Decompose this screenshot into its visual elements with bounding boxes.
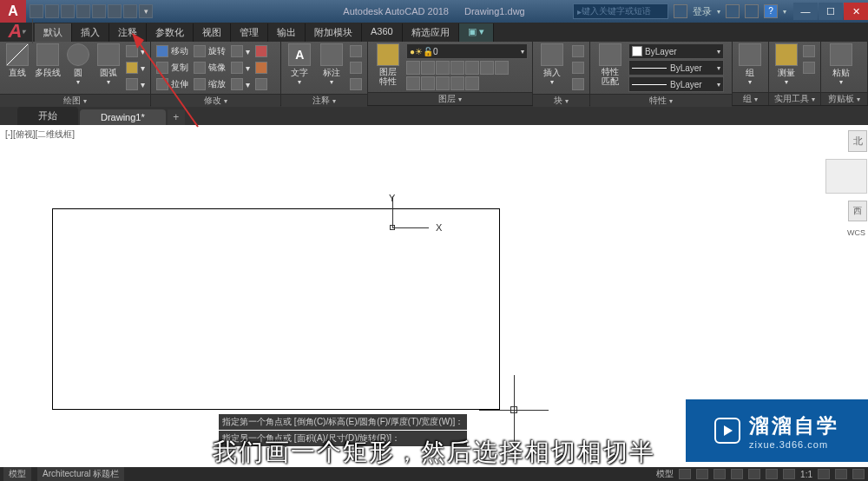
layer-tool-11[interactable] [450, 76, 464, 90]
qat-redo-icon[interactable] [123, 4, 137, 18]
maximize-button[interactable]: ☐ [819, 3, 843, 20]
layer-tool-4[interactable] [450, 61, 464, 75]
edit-block-button[interactable] [570, 60, 586, 76]
polar-toggle-icon[interactable] [731, 469, 743, 479]
layout-arch[interactable]: Architectural 标题栏 [37, 467, 124, 481]
tab-default[interactable]: 默认 [35, 23, 72, 42]
fillet-button[interactable]: ▾ [229, 60, 252, 76]
layer-tool-6[interactable] [480, 61, 494, 75]
tab-parametric[interactable]: 参数化 [147, 23, 194, 42]
signin-icon[interactable] [674, 4, 687, 18]
app-menu-button[interactable]: A▾ [2, 19, 33, 43]
select-button[interactable] [801, 60, 817, 76]
line-button[interactable]: 直线 [3, 43, 32, 79]
viewcube[interactable] [825, 159, 867, 194]
scale-label[interactable]: 1:1 [800, 470, 812, 479]
help-icon[interactable]: ? [764, 4, 778, 18]
group-button[interactable]: 组▾ [736, 43, 765, 86]
layer-tool-3[interactable] [436, 61, 450, 75]
qat-new-icon[interactable] [30, 4, 43, 18]
leader-button[interactable] [348, 43, 364, 59]
array-button[interactable]: ▾ [229, 76, 252, 92]
layout-model[interactable]: 模型 [3, 467, 31, 481]
layer-dropdown[interactable]: ● ☀ 🔓 0 [406, 43, 528, 59]
signin-label[interactable]: 登录 [693, 5, 712, 18]
matchprop-button[interactable]: 特性 匹配 [594, 43, 627, 86]
status-model[interactable]: 模型 [656, 468, 674, 480]
mtext-button[interactable] [348, 76, 364, 92]
workspace-icon[interactable] [835, 469, 847, 479]
wcs-label[interactable]: WCS [847, 228, 867, 237]
scale-button[interactable]: 缩放 [192, 76, 227, 92]
tab-view[interactable]: 视图 [194, 23, 231, 42]
tab-start[interactable]: 开始 [17, 107, 78, 125]
custom-icon[interactable] [852, 469, 865, 479]
tab-manage[interactable]: 管理 [231, 23, 268, 42]
tab-extra[interactable]: ▣ ▾ [459, 23, 494, 42]
layer-tool-2[interactable] [421, 61, 435, 75]
layer-tool-1[interactable] [406, 61, 420, 75]
nav-west[interactable]: 西 [848, 201, 867, 221]
qat-plot-icon[interactable] [92, 4, 106, 18]
insert-button[interactable]: 插入▾ [536, 43, 569, 86]
tab-add-button[interactable]: + [168, 109, 185, 125]
erase-button[interactable] [253, 43, 269, 59]
trim-button[interactable]: ▾ [229, 43, 252, 59]
qat-open-icon[interactable] [45, 4, 59, 18]
color-dropdown[interactable]: ByLayer [628, 43, 724, 59]
lw-toggle-icon[interactable] [783, 469, 795, 479]
table-button[interactable] [348, 60, 364, 76]
offset-button[interactable] [253, 76, 269, 92]
tab-featured[interactable]: 精选应用 [403, 23, 459, 42]
qat-undo-icon[interactable] [108, 4, 122, 18]
layer-tool-8[interactable] [406, 76, 420, 90]
layer-tool-10[interactable] [436, 76, 450, 90]
viewport-label[interactable]: [-][俯视][二维线框] [5, 128, 75, 141]
tab-a360[interactable]: A360 [362, 23, 403, 42]
attr-button[interactable] [570, 76, 586, 92]
exchange-icon[interactable] [726, 4, 740, 18]
measure-button[interactable]: 测量▾ [773, 43, 799, 86]
qat-more-icon[interactable]: ▾ [139, 4, 153, 18]
snap-toggle-icon[interactable] [696, 469, 708, 479]
nav-north[interactable]: 北 [848, 130, 867, 152]
linetype-dropdown[interactable]: ByLayer [628, 76, 724, 92]
create-block-button[interactable] [570, 43, 586, 59]
layer-tool-9[interactable] [421, 76, 435, 90]
text-button[interactable]: A文字▾ [285, 43, 315, 86]
tab-output[interactable]: 输出 [268, 23, 306, 42]
osnap-toggle-icon[interactable] [748, 469, 760, 479]
tab-annotate[interactable]: 注释 [109, 23, 147, 42]
move-button[interactable]: 移动 [155, 43, 190, 59]
ortho-toggle-icon[interactable] [713, 469, 726, 479]
dim-button[interactable]: 标注▾ [316, 43, 346, 86]
paste-button[interactable]: 粘贴▾ [825, 43, 858, 86]
polyline-button[interactable]: 多段线 [34, 43, 62, 79]
minimize-button[interactable]: — [793, 3, 818, 20]
layer-tool-7[interactable] [495, 61, 509, 75]
arc-button[interactable]: 圆弧▾ [94, 43, 122, 86]
drawn-rectangle[interactable] [52, 208, 500, 410]
rotate-button[interactable]: 旋转 [192, 43, 227, 59]
copy-button[interactable]: 复制 [155, 60, 190, 76]
anno-toggle-icon[interactable] [818, 469, 830, 479]
explode-button[interactable] [253, 60, 269, 76]
grid-toggle-icon[interactable] [679, 469, 691, 479]
qat-saveas-icon[interactable] [76, 4, 90, 18]
tab-insert[interactable]: 插入 [72, 23, 109, 42]
tab-drawing1[interactable]: Drawing1* [80, 109, 166, 125]
cart-icon[interactable] [745, 4, 759, 18]
search-box[interactable]: ▸ 键入关键字或短语 [573, 3, 668, 19]
qat-save-icon[interactable] [61, 4, 75, 18]
circle-button[interactable]: 圆▾ [64, 43, 93, 86]
layer-tool-5[interactable] [465, 61, 479, 75]
dyn-toggle-icon[interactable] [766, 469, 778, 479]
lineweight-dropdown[interactable]: ByLayer [628, 60, 724, 76]
calc-button[interactable] [801, 43, 817, 59]
layer-tool-12[interactable] [465, 76, 479, 90]
ellipse-button[interactable]: ▾ [124, 76, 147, 92]
close-button[interactable]: ✕ [844, 3, 868, 20]
stretch-button[interactable]: 拉伸 [155, 76, 190, 92]
hatch-button[interactable]: ▾ [124, 60, 147, 76]
rect-button[interactable]: ▾ [124, 43, 147, 59]
